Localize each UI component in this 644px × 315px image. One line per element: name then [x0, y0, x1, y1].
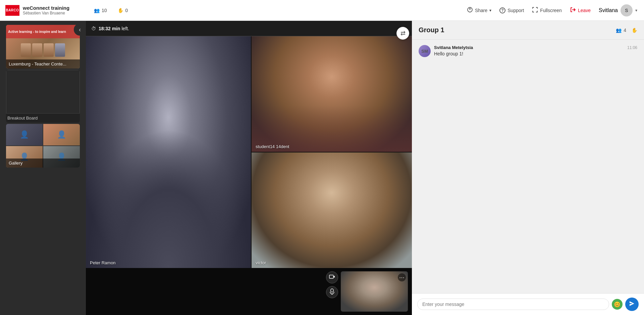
thumb-person-2 [32, 43, 42, 57]
chat-content-0: Svitlana Metelytsia 11:06 Hello group 1! [434, 45, 637, 57]
sidebar-item-breakout[interactable]: Breakout Board [6, 70, 80, 123]
video-bottom-bar: ⋯ [86, 268, 412, 315]
sidebar-toggle-icon: ‹ [79, 26, 81, 33]
video-victor: victor [252, 152, 412, 268]
support-icon: ? [499, 7, 505, 13]
sidebar-item-luxemburg[interactable]: Active learning - to inspire and learn L… [6, 25, 80, 69]
right-panel-header: Group 1 👥 4 ✋ [412, 21, 644, 40]
send-icon [629, 301, 635, 308]
hand-icon: ✋ [118, 8, 123, 13]
right-panel: Group 1 👥 4 ✋ SM Svitlana Metelytsia 11:… [412, 21, 644, 315]
more-dots-icon: ⋯ [399, 274, 405, 281]
self-video-more-button[interactable]: ⋯ [398, 273, 406, 281]
peter-name-tag: Peter Ramon [90, 260, 116, 265]
group-participants-icon: 👥 [616, 28, 622, 33]
send-button[interactable] [625, 298, 639, 311]
group-stats: 👥 4 ✋ [616, 28, 637, 33]
thumb-person-1 [21, 43, 31, 57]
barco-logo: BARCO [5, 5, 19, 16]
emoji-icon: 😊 [614, 301, 621, 308]
group-hand-icon: ✋ [632, 28, 637, 33]
sidebar-item-gallery[interactable]: 👤 👤 👤 👤 Gallery [6, 124, 80, 168]
user-avatar: S [621, 4, 633, 16]
main-video-area: Peter Ramon student14 14dent victor [86, 36, 412, 315]
video-right-column: student14 14dent victor [251, 36, 412, 268]
microphone-button[interactable] [326, 286, 338, 298]
fullscreen-icon [532, 7, 538, 14]
timer-suffix: left. [121, 26, 129, 31]
thumb-person-3 [44, 43, 54, 57]
group-participants-count: 4 [624, 28, 626, 33]
breakout-label: Breakout Board [6, 114, 80, 123]
chat-sender-0: Svitlana Metelytsia [434, 45, 473, 50]
self-video-tile: ⋯ [341, 271, 408, 312]
logo-area: BARCO weConnect training Sébastien Van B… [0, 5, 87, 16]
participants-count[interactable]: 👥 10 [94, 8, 107, 13]
share-label: Share [475, 8, 487, 13]
hand-count[interactable]: ✋ 0 [118, 8, 128, 13]
participants-number: 10 [102, 8, 107, 13]
microphone-icon [329, 288, 335, 296]
peter-body-bg [86, 129, 251, 268]
camera-button[interactable] [326, 271, 338, 283]
barco-text: BARCO [6, 8, 19, 12]
chat-avatar-svitlana: SM [419, 45, 431, 57]
gallery-cell-1: 👤 [6, 124, 43, 145]
user-chevron: ▾ [635, 8, 637, 13]
victor-face-bg [252, 152, 412, 268]
chat-initials: SM [421, 49, 428, 54]
header: BARCO weConnect training Sébastien Van B… [0, 0, 644, 21]
share-icon [467, 7, 473, 14]
support-label: Support [507, 8, 524, 13]
fullscreen-button[interactable]: Fullscreen [532, 7, 562, 14]
user-name: Svitlana [599, 7, 618, 13]
chat-time-0: 11:06 [627, 45, 637, 50]
leave-icon [570, 7, 576, 14]
app-subtitle: Sébastien Van Bruaene [23, 11, 69, 15]
app-title-main: weConnect training [23, 5, 69, 11]
share-button[interactable]: Share ▾ [467, 7, 491, 14]
video-peter: Peter Ramon [86, 36, 251, 268]
luxemburg-overlay-text: Active learning - to inspire and learn [8, 30, 66, 34]
app-title: weConnect training Sébastien Van Bruaene [23, 5, 69, 15]
hand-number: 0 [125, 8, 128, 13]
sidebar-toggle-button[interactable]: ‹ [74, 24, 86, 36]
group-title: Group 1 [419, 26, 444, 34]
leave-label: Leave [578, 8, 591, 13]
chat-input-area: 😊 [412, 293, 644, 315]
svg-rect-1 [329, 275, 333, 278]
fullscreen-label: Fullscreen [540, 8, 562, 13]
victor-name-tag: victor [256, 260, 266, 265]
svg-rect-2 [331, 289, 333, 292]
chat-input-field[interactable] [417, 299, 609, 310]
participants-icon: 👥 [94, 8, 100, 13]
gallery-face-1: 👤 [20, 130, 29, 139]
chat-text-0: Hello group 1! [434, 51, 637, 56]
header-center: 👥 10 ✋ 0 [87, 8, 460, 13]
gallery-label: Gallery [6, 159, 80, 168]
group-participants-stat: 👥 4 [616, 28, 626, 33]
chat-message-0: SM Svitlana Metelytsia 11:06 Hello group… [419, 45, 637, 57]
emoji-button[interactable]: 😊 [612, 299, 623, 310]
timer-bar: ⏱ 18:32 min left. [86, 21, 412, 36]
chat-msg-header-0: Svitlana Metelytsia 11:06 [434, 45, 637, 50]
luxemburg-label: Luxemburg - Teacher Conte... [6, 59, 80, 69]
group-hand-stat: ✋ [632, 28, 637, 33]
chat-area: SM Svitlana Metelytsia 11:06 Hello group… [412, 40, 644, 293]
timer-icon: ⏱ [91, 26, 96, 31]
thumb-people [21, 43, 65, 57]
av-controls [326, 271, 338, 298]
leave-button[interactable]: Leave [570, 7, 591, 14]
user-initials: S [625, 8, 628, 13]
thumb-person-4 [55, 43, 65, 57]
user-area[interactable]: Svitlana S ▾ [599, 4, 637, 16]
video-student14: student14 14dent [252, 36, 412, 152]
gallery-face-2: 👤 [57, 130, 66, 139]
share-chevron: ▾ [489, 8, 491, 13]
swap-view-button[interactable]: ⇄ [396, 27, 409, 40]
header-right: Share ▾ ? Support Fullscreen Leave Svi [460, 4, 644, 16]
luxemburg-overlay: Active learning - to inspire and learn [6, 25, 80, 38]
support-button[interactable]: ? Support [499, 7, 524, 13]
student14-name-tag: student14 14dent [256, 144, 289, 149]
sidebar: Active learning - to inspire and learn L… [0, 21, 86, 315]
